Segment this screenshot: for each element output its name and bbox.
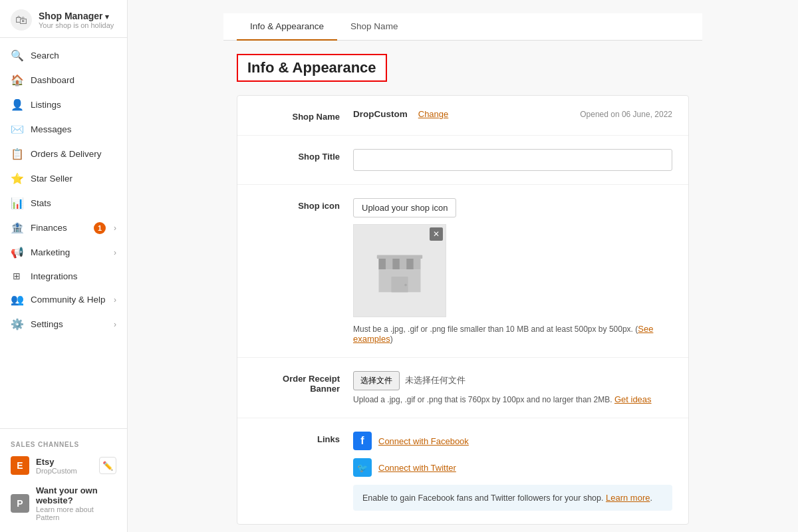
shop-title-row: Shop Title xyxy=(237,136,688,185)
see-examples-link[interactable]: See examples xyxy=(353,324,653,344)
settings-chevron: › xyxy=(114,320,116,329)
sidebar-item-messages[interactable]: ✉️ Messages xyxy=(0,117,127,142)
tab-shop-name[interactable]: Shop Name xyxy=(337,13,411,41)
home-icon: 🏠 xyxy=(11,74,23,86)
store-icon-svg xyxy=(370,241,430,301)
etsy-channel-text: Etsy DropCustom xyxy=(36,457,92,475)
change-link[interactable]: Change xyxy=(418,109,449,119)
sidebar-item-listings[interactable]: 👤 Listings xyxy=(0,92,127,117)
shop-manager-label: Shop Manager xyxy=(39,11,102,21)
connect-twitter-link[interactable]: Connect with Twitter xyxy=(378,463,456,473)
sidebar-item-label: Search xyxy=(31,51,116,61)
orders-icon: 📋 xyxy=(11,148,23,160)
file-select-button[interactable]: 选择文件 xyxy=(353,371,400,390)
tab-info-appearance[interactable]: Info & Appearance xyxy=(237,13,337,41)
sidebar-item-star-seller[interactable]: ⭐ Star Seller xyxy=(0,166,127,191)
sales-channels: SALES CHANNELS E Etsy DropCustom ✏️ P Wa… xyxy=(0,428,127,532)
shop-icon-content: Upload your shop icon ✕ xyxy=(353,198,672,344)
icon-preview-close[interactable]: ✕ xyxy=(430,227,443,241)
icon-hint: Must be a .jpg, .gif or .png file smalle… xyxy=(353,324,672,344)
etsy-edit-button[interactable]: ✏️ xyxy=(99,457,116,474)
banner-hint: Upload a .jpg, .gif or .png that is 760p… xyxy=(353,394,672,404)
shop-name-left: DropCustom Change xyxy=(353,109,448,119)
sales-channels-title: SALES CHANNELS xyxy=(0,434,127,451)
svg-rect-2 xyxy=(392,257,399,269)
sidebar-item-label: Stats xyxy=(31,198,116,208)
facebook-row: f Connect with Facebook xyxy=(353,432,672,450)
shop-manager-title[interactable]: Shop Manager xyxy=(39,11,114,21)
finances-chevron: › xyxy=(114,223,116,233)
etsy-channel-item[interactable]: E Etsy DropCustom ✏️ xyxy=(0,451,127,480)
main-inner: Info & Appearance Shop Name Info & Appea… xyxy=(223,0,702,532)
sidebar-item-label: Community & Help xyxy=(31,295,106,305)
integrations-icon: ⊞ xyxy=(11,271,23,281)
sidebar-item-marketing[interactable]: 📢 Marketing › xyxy=(0,240,127,265)
community-chevron: › xyxy=(114,295,116,305)
twitter-icon: 🐦 xyxy=(353,458,372,477)
sidebar-item-integrations[interactable]: ⊞ Integrations xyxy=(0,265,127,287)
pattern-channel-sub: Learn more about Pattern xyxy=(36,505,116,521)
shop-logo: 🛍 xyxy=(11,9,32,31)
settings-icon: ⚙️ xyxy=(11,318,23,331)
sidebar-item-label: Marketing xyxy=(31,247,106,257)
marketing-chevron: › xyxy=(114,248,116,257)
info-appearance-card: Shop Name DropCustom Change Opened on 06… xyxy=(237,95,689,525)
svg-rect-7 xyxy=(377,255,422,259)
sidebar-item-label: Integrations xyxy=(31,271,116,281)
sidebar-item-label: Finances xyxy=(31,223,86,233)
sidebar-item-stats[interactable]: 📊 Stats xyxy=(0,191,127,215)
tabs-bar: Info & Appearance Shop Name xyxy=(223,13,702,41)
learn-more-link[interactable]: Learn more xyxy=(606,493,650,503)
shop-name-row: Shop Name DropCustom Change Opened on 06… xyxy=(237,96,688,136)
etsy-icon: E xyxy=(11,456,29,475)
finances-icon: 🏦 xyxy=(11,221,23,234)
sidebar-item-dashboard[interactable]: 🏠 Dashboard xyxy=(0,68,127,92)
svg-rect-1 xyxy=(379,257,386,269)
sidebar: 🛍 Shop Manager Your shop is on holiday 🔍… xyxy=(0,0,128,532)
stats-icon: 📊 xyxy=(11,197,23,209)
shop-status: Your shop is on holiday xyxy=(39,21,114,29)
sidebar-item-label: Listings xyxy=(31,100,116,110)
pattern-icon: P xyxy=(11,494,29,513)
community-icon: 👥 xyxy=(11,293,23,306)
twitter-row: 🐦 Connect with Twitter xyxy=(353,458,672,477)
sidebar-header-text: Shop Manager Your shop is on holiday xyxy=(39,11,114,29)
finances-badge: 1 xyxy=(94,222,106,234)
svg-point-6 xyxy=(404,284,407,287)
sidebar-item-finances[interactable]: 🏦 Finances 1 › xyxy=(0,215,127,240)
shop-title-content xyxy=(353,149,672,171)
shop-icon-preview: ✕ xyxy=(353,224,446,317)
shop-title-input[interactable] xyxy=(353,149,672,171)
sidebar-item-label: Settings xyxy=(31,319,106,329)
sidebar-item-orders[interactable]: 📋 Orders & Delivery xyxy=(0,142,127,166)
pattern-channel-name: Want your own website? xyxy=(36,485,116,505)
etsy-channel-sub: DropCustom xyxy=(36,467,92,475)
file-select-row: 选择文件 未选择任何文件 xyxy=(353,371,672,390)
sidebar-item-label: Messages xyxy=(31,124,116,134)
etsy-channel-name: Etsy xyxy=(36,457,92,467)
star-icon: ⭐ xyxy=(11,172,23,185)
order-receipt-label: Order Receipt Banner xyxy=(253,371,340,394)
pattern-channel-item[interactable]: P Want your own website? Learn more abou… xyxy=(0,480,127,527)
shop-title-label: Shop Title xyxy=(253,149,340,162)
sidebar-item-community[interactable]: 👥 Community & Help › xyxy=(0,287,127,312)
upload-icon-button[interactable]: Upload your shop icon xyxy=(353,198,456,217)
sidebar-item-label: Orders & Delivery xyxy=(31,149,116,159)
search-icon: 🔍 xyxy=(11,49,23,62)
facebook-icon: f xyxy=(353,432,372,450)
connect-facebook-link[interactable]: Connect with Facebook xyxy=(378,436,469,446)
social-info-box: Enable to gain Facebook fans and Twitter… xyxy=(353,485,672,511)
no-file-text: 未选择任何文件 xyxy=(405,375,466,386)
svg-rect-3 xyxy=(406,257,413,269)
shop-icon-label: Shop icon xyxy=(253,198,340,211)
order-receipt-row: Order Receipt Banner 选择文件 未选择任何文件 Upload… xyxy=(237,358,688,418)
shop-name-value: DropCustom xyxy=(353,109,408,119)
get-ideas-link[interactable]: Get ideas xyxy=(614,394,652,404)
sidebar-item-search[interactable]: 🔍 Search xyxy=(0,43,127,68)
shop-icon-row: Shop icon Upload your shop icon ✕ xyxy=(237,185,688,358)
links-label: Links xyxy=(253,432,340,444)
shop-manager-chevron xyxy=(105,11,109,21)
sidebar-header: 🛍 Shop Manager Your shop is on holiday xyxy=(0,0,127,38)
order-receipt-content: 选择文件 未选择任何文件 Upload a .jpg, .gif or .png… xyxy=(353,371,672,404)
sidebar-item-settings[interactable]: ⚙️ Settings › xyxy=(0,312,127,336)
